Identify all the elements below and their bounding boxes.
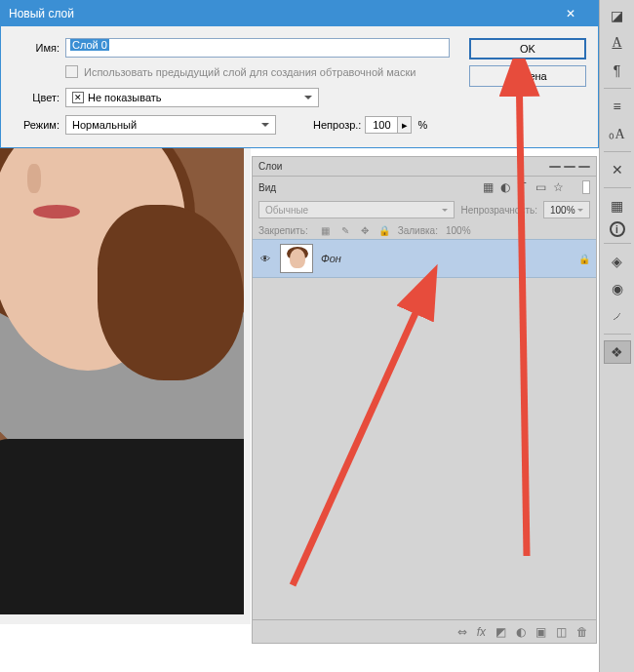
layer-thumbnail[interactable]: [280, 244, 313, 273]
opacity-input[interactable]: [365, 116, 398, 134]
character-icon[interactable]: A: [604, 31, 631, 55]
new-layer-icon[interactable]: ◫: [556, 625, 567, 639]
lock-all-icon[interactable]: 🔒: [378, 224, 390, 236]
new-layer-dialog: Новый слой ✕ OK Отмена Имя: Слой 0 Испол…: [0, 0, 599, 148]
fill-label: Заливка:: [398, 225, 438, 236]
swatches-icon[interactable]: ▦: [604, 194, 631, 217]
mask-icon[interactable]: ◩: [495, 625, 506, 639]
blend-mode-select[interactable]: Обычные: [258, 201, 455, 218]
ok-button[interactable]: OK: [469, 38, 586, 59]
name-label: Имя:: [11, 42, 59, 54]
delete-icon[interactable]: 🗑: [576, 625, 588, 639]
cancel-button[interactable]: Отмена: [469, 65, 586, 87]
clip-checkbox: [65, 65, 78, 78]
history-icon[interactable]: ◪: [604, 4, 631, 27]
adjustment-icon[interactable]: ◐: [516, 625, 526, 639]
lock-label: Закрепить:: [258, 225, 308, 236]
layer-name: Фон: [321, 253, 341, 264]
lock-position-icon[interactable]: ✥: [359, 224, 371, 236]
lock-image-icon[interactable]: ✎: [339, 224, 351, 236]
opacity-label: Непрозр.:: [313, 119, 361, 131]
filter-pixel-icon[interactable]: ▦: [481, 180, 495, 194]
layer-list: 👁 Фон 🔒: [253, 239, 596, 610]
channels-icon[interactable]: ◉: [604, 277, 631, 300]
layer-item[interactable]: 👁 Фон 🔒: [253, 239, 596, 278]
opacity-label: Непрозрачность:: [460, 205, 537, 216]
filter-text-icon[interactable]: T: [516, 180, 530, 194]
fill-value[interactable]: 100%: [446, 225, 471, 236]
photo-canvas: [0, 146, 244, 614]
3d-icon[interactable]: ◈: [604, 250, 631, 273]
tools-icon[interactable]: ✕: [604, 158, 631, 181]
layers-icon[interactable]: ❖: [604, 340, 631, 364]
name-input[interactable]: Слой 0: [65, 38, 450, 58]
mode-select[interactable]: Нормальный: [65, 115, 276, 135]
layers-panel: Слои Вид ▦ ◐ T ▭ ☆ Обычные Непрозрачност…: [252, 156, 597, 644]
opacity-flyout-icon[interactable]: ▸: [398, 116, 412, 134]
filter-toggle-icon[interactable]: [582, 180, 590, 194]
layers-title: Слои: [258, 161, 282, 172]
fx-icon[interactable]: fx: [477, 625, 486, 639]
mode-label: Режим:: [11, 119, 59, 131]
layers-footer: ⇔ fx ◩ ◐ ▣ ◫ 🗑: [253, 619, 596, 643]
filter-adjust-icon[interactable]: ◐: [498, 180, 512, 194]
group-icon[interactable]: ▣: [535, 625, 546, 639]
percent-label: %: [417, 119, 427, 131]
link-icon[interactable]: ⇔: [457, 625, 467, 639]
paths-icon[interactable]: ⟋: [604, 304, 631, 328]
align-icon[interactable]: ≡: [604, 95, 631, 118]
filter-smart-icon[interactable]: ☆: [551, 180, 565, 194]
layer-filter-kind[interactable]: Вид: [258, 182, 307, 193]
color-label: Цвет:: [11, 92, 59, 103]
clip-checkbox-label: Использовать предыдущий слой для создани…: [84, 66, 416, 78]
close-button[interactable]: ✕: [551, 1, 590, 26]
color-none-icon: ✕: [72, 92, 84, 103]
visibility-icon[interactable]: 👁: [258, 252, 272, 265]
close-icon: ✕: [566, 7, 575, 20]
color-select[interactable]: ✕ Не показывать: [65, 88, 319, 107]
paragraph-icon[interactable]: ¶: [604, 59, 631, 82]
right-toolbar: ◪ A ¶ ≡ ₀A ✕ ▦ i ◈ ◉ ⟋ ❖: [599, 0, 634, 672]
info-icon[interactable]: i: [610, 221, 625, 237]
panel-menu-icon[interactable]: [549, 166, 590, 168]
dialog-titlebar: Новый слой ✕: [1, 1, 598, 26]
opacity-value[interactable]: 100%: [543, 201, 590, 218]
layer-locked-icon: 🔒: [578, 254, 590, 264]
filter-shape-icon[interactable]: ▭: [534, 180, 547, 194]
dialog-title: Новый слой: [9, 7, 74, 20]
lock-transparent-icon[interactable]: ▦: [320, 224, 332, 236]
char-panel-icon[interactable]: ₀A: [604, 122, 631, 145]
